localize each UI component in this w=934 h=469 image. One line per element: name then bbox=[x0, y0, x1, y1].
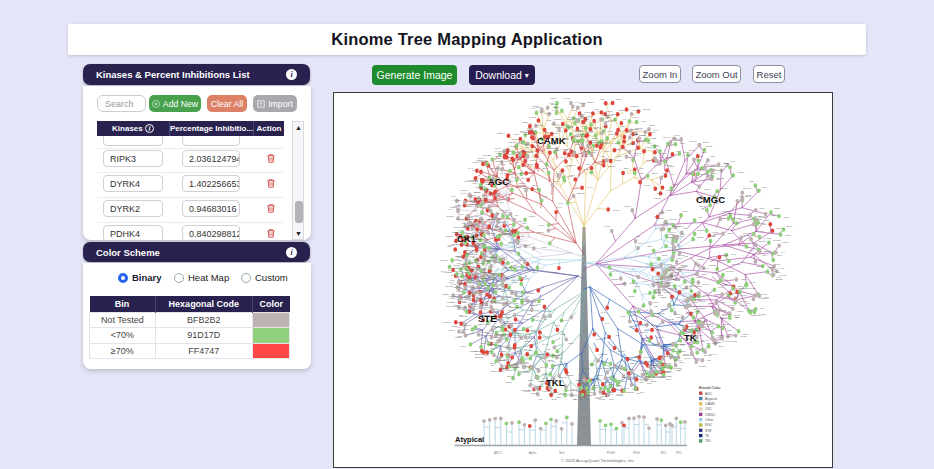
svg-text:KDKTE: KDKTE bbox=[668, 287, 676, 289]
svg-text:BTD: BTD bbox=[694, 168, 699, 170]
svg-text:KRK: KRK bbox=[515, 161, 520, 163]
svg-text:N4T1H: N4T1H bbox=[556, 130, 564, 132]
svg-text:ADR: ADR bbox=[600, 155, 605, 157]
svg-text:LPB: LPB bbox=[654, 305, 659, 307]
svg-text:AR2E1: AR2E1 bbox=[495, 287, 503, 289]
svg-text:GFN: GFN bbox=[517, 172, 522, 174]
svg-text:KEN: KEN bbox=[635, 285, 640, 287]
svg-text:2PL: 2PL bbox=[470, 268, 475, 270]
svg-text:1MK: 1MK bbox=[695, 348, 700, 350]
svg-text:C3SRS: C3SRS bbox=[719, 309, 727, 311]
svg-text:N1M: N1M bbox=[687, 322, 692, 324]
svg-text:BN2: BN2 bbox=[476, 280, 481, 282]
svg-text:N2K2: N2K2 bbox=[506, 381, 512, 383]
svg-text:KMR: KMR bbox=[523, 143, 528, 145]
svg-text:TADL1: TADL1 bbox=[595, 397, 603, 399]
svg-text:4LETT: 4LETT bbox=[528, 215, 535, 217]
svg-text:BL1: BL1 bbox=[763, 254, 768, 256]
svg-text:TLH: TLH bbox=[585, 398, 590, 400]
svg-text:1DN: 1DN bbox=[477, 272, 482, 274]
svg-text:KLSG: KLSG bbox=[486, 294, 492, 296]
svg-text:2KH2: 2KH2 bbox=[734, 314, 740, 316]
svg-text:KHM: KHM bbox=[583, 120, 588, 122]
svg-text:BD3N4: BD3N4 bbox=[499, 350, 507, 352]
svg-text:4CARK: 4CARK bbox=[469, 308, 477, 310]
svg-text:GFKE: GFKE bbox=[743, 234, 750, 236]
svg-text:KKH: KKH bbox=[560, 156, 565, 158]
svg-text:EH3: EH3 bbox=[475, 214, 480, 216]
svg-text:M3EFC: M3EFC bbox=[469, 200, 477, 202]
svg-text:TTMR: TTMR bbox=[472, 161, 479, 163]
svg-text:L1LN: L1LN bbox=[530, 159, 536, 161]
svg-text:T4KK: T4KK bbox=[772, 270, 778, 272]
svg-text:T3ASN: T3ASN bbox=[677, 254, 685, 256]
svg-text:KE1: KE1 bbox=[710, 155, 715, 157]
svg-text:TEN: TEN bbox=[517, 246, 522, 248]
svg-text:KKEB: KKEB bbox=[494, 157, 501, 159]
svg-text:HK2: HK2 bbox=[695, 310, 700, 312]
svg-text:GPR1: GPR1 bbox=[665, 362, 672, 364]
svg-text:TK3LR: TK3LR bbox=[511, 176, 518, 178]
svg-text:K4RR: K4RR bbox=[449, 297, 455, 299]
svg-text:K4SF: K4SF bbox=[476, 286, 482, 288]
svg-text:KGKBK: KGKBK bbox=[480, 331, 488, 333]
svg-text:MKBRH: MKBRH bbox=[633, 109, 642, 111]
svg-text:KSD: KSD bbox=[741, 278, 746, 280]
svg-text:HCKA: HCKA bbox=[665, 378, 672, 380]
svg-text:NS1F: NS1F bbox=[490, 370, 496, 372]
svg-text:EL2MF: EL2MF bbox=[551, 132, 559, 134]
svg-text:EBS: EBS bbox=[523, 121, 528, 123]
svg-text:DKRE: DKRE bbox=[581, 155, 588, 157]
svg-text:L4RRS: L4RRS bbox=[693, 294, 701, 296]
svg-text:STDA: STDA bbox=[473, 253, 480, 255]
svg-text:CNK: CNK bbox=[698, 334, 703, 336]
svg-text:AHM1: AHM1 bbox=[702, 267, 709, 269]
svg-text:KDC: KDC bbox=[656, 281, 661, 283]
svg-text:HPHT: HPHT bbox=[674, 134, 681, 136]
svg-text:FLPPM: FLPPM bbox=[576, 130, 584, 132]
svg-text:BEPE: BEPE bbox=[757, 265, 764, 267]
svg-text:S4P1: S4P1 bbox=[490, 362, 496, 364]
svg-text:KFPF: KFPF bbox=[506, 295, 512, 297]
svg-text:Brd: Brd bbox=[559, 451, 564, 455]
svg-text:PMRA: PMRA bbox=[456, 255, 463, 257]
svg-text:LGCE: LGCE bbox=[489, 343, 496, 345]
svg-text:DBKFR: DBKFR bbox=[551, 271, 559, 273]
svg-text:TL2TG: TL2TG bbox=[722, 284, 729, 286]
svg-text:PDM: PDM bbox=[679, 361, 684, 363]
svg-text:KSD: KSD bbox=[636, 235, 641, 237]
svg-text:KLR: KLR bbox=[479, 218, 484, 220]
svg-text:BDGFB: BDGFB bbox=[672, 225, 680, 227]
svg-text:MRD: MRD bbox=[481, 253, 487, 255]
svg-text:F3A: F3A bbox=[623, 118, 628, 120]
svg-text:PL2T: PL2T bbox=[462, 288, 468, 290]
svg-text:NKSS2: NKSS2 bbox=[502, 313, 510, 315]
svg-text:1K4: 1K4 bbox=[777, 276, 782, 278]
svg-text:ST3AH: ST3AH bbox=[711, 172, 719, 174]
svg-text:DAEE: DAEE bbox=[479, 291, 486, 293]
svg-text:EMK4P: EMK4P bbox=[574, 134, 582, 136]
svg-text:BCGNS: BCGNS bbox=[513, 306, 522, 308]
svg-text:PPD31: PPD31 bbox=[664, 291, 672, 293]
svg-text:NHH4L: NHH4L bbox=[472, 256, 480, 258]
svg-text:1P4P: 1P4P bbox=[579, 113, 585, 115]
svg-text:FPD4G: FPD4G bbox=[582, 367, 590, 369]
svg-text:DSDNS: DSDNS bbox=[494, 326, 503, 328]
svg-text:CDF: CDF bbox=[472, 286, 477, 288]
svg-text:HSLK2: HSLK2 bbox=[523, 133, 531, 135]
svg-text:BKGF: BKGF bbox=[491, 347, 498, 349]
svg-text:2RFT: 2RFT bbox=[750, 281, 756, 283]
svg-text:NDC1: NDC1 bbox=[548, 354, 555, 356]
svg-text:H42KS: H42KS bbox=[682, 328, 690, 330]
svg-text:KDPG: KDPG bbox=[767, 266, 774, 268]
svg-text:LCS: LCS bbox=[668, 281, 673, 283]
svg-text:1FK4S: 1FK4S bbox=[670, 218, 677, 220]
svg-text:RL2D: RL2D bbox=[528, 163, 534, 165]
svg-text:RRN: RRN bbox=[569, 116, 574, 118]
svg-text:2N4A: 2N4A bbox=[685, 312, 691, 314]
svg-text:DMT: DMT bbox=[655, 145, 661, 147]
svg-text:CAMK: CAMK bbox=[705, 402, 716, 406]
svg-text:RACH1: RACH1 bbox=[593, 126, 602, 128]
svg-text:1ABLG: 1ABLG bbox=[612, 142, 620, 144]
svg-text:CNBB: CNBB bbox=[472, 180, 479, 182]
